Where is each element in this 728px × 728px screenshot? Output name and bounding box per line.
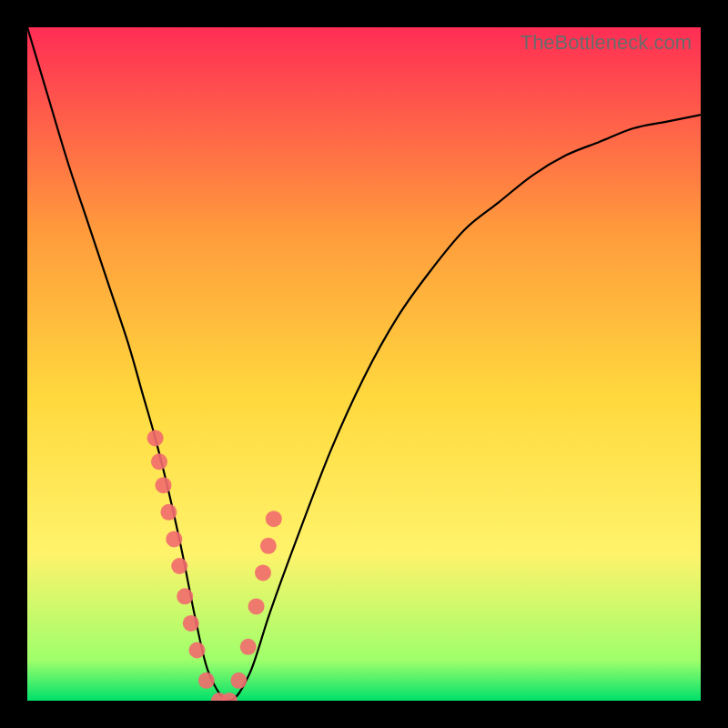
curve-marker [183,615,199,632]
curve-marker [147,430,164,446]
bottleneck-curve [27,27,701,701]
chart-frame: TheBottleneck.com [0,0,728,728]
curve-marker [151,453,167,470]
curve-marker [160,504,177,521]
curve-marker [260,538,277,554]
curve-marker [240,639,257,655]
plot-area: TheBottleneck.com [27,27,701,701]
curve-marker [156,477,172,493]
watermark-text: TheBottleneck.com [521,31,692,55]
curve-marker [266,511,282,527]
curve-marker [255,564,271,581]
curve-marker [221,693,238,701]
curve-marker [177,588,193,604]
curve-marker [230,672,247,689]
curve-marker [248,598,265,614]
curve-marker [198,672,215,689]
marker-group [147,430,282,701]
curve-marker [166,531,182,547]
curve-marker [189,642,206,659]
curve-marker [171,558,187,574]
curve-layer [27,27,701,701]
